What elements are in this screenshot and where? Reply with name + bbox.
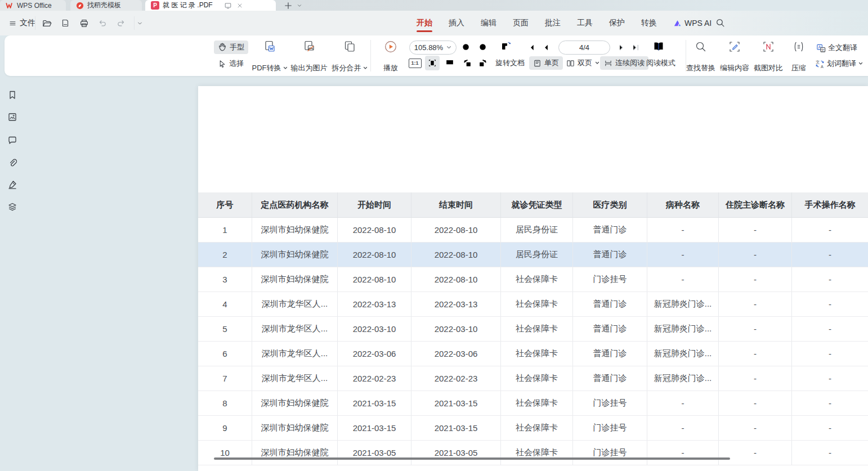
zoom-level-value: 105.88% — [414, 43, 443, 52]
replace-pages-icon[interactable] — [499, 40, 514, 55]
left-sidebar — [0, 76, 25, 471]
table-cell: - — [792, 292, 868, 316]
prev-page-button[interactable] — [539, 40, 553, 55]
table-header-cell: 定点医药机构名称 — [252, 192, 338, 217]
tab-wps-office[interactable]: WPS Office — [0, 0, 66, 11]
table-cell: 社会保障卡 — [501, 292, 573, 316]
tab-docer[interactable]: 找稻壳模板 — [70, 0, 142, 11]
hand-tool-button[interactable]: 手型 — [214, 41, 248, 54]
last-page-button[interactable] — [628, 40, 643, 55]
table-cell: 2022-08-10 — [338, 267, 411, 291]
rotate-left-icon[interactable] — [460, 56, 475, 70]
svg-text:文: 文 — [821, 47, 825, 51]
zoom-in-button[interactable] — [476, 40, 490, 55]
page-number-input[interactable]: 4/4 — [558, 41, 610, 55]
layers-panel-button[interactable] — [5, 199, 20, 215]
table-cell: - — [647, 391, 719, 415]
wps-ai-button[interactable]: WPS AI — [673, 17, 712, 29]
comment-icon — [7, 135, 17, 145]
double-page-button[interactable]: 双页 — [562, 56, 603, 70]
open-file-icon[interactable] — [41, 17, 53, 29]
tab-list-chevron-icon[interactable] — [297, 3, 302, 8]
print-icon[interactable] — [78, 17, 90, 29]
redo-icon[interactable] — [115, 17, 127, 29]
next-page-button[interactable] — [614, 40, 628, 55]
table-cell: 深圳市妇幼保健院 — [252, 267, 338, 291]
menu-edit[interactable]: 编辑 — [481, 12, 496, 34]
split-merge-button[interactable]: 拆分合并 — [326, 40, 373, 72]
menu-tools[interactable]: 工具 — [577, 12, 593, 34]
file-menu-button[interactable]: 文件 — [7, 17, 38, 29]
save-icon[interactable] — [59, 17, 71, 29]
actual-size-button[interactable]: 1:1 — [408, 56, 422, 70]
full-translate-button[interactable]: A文 全文翻译 — [816, 43, 857, 53]
table-cell: 2022-08-10 — [411, 218, 501, 242]
read-mode-button[interactable]: 阅读模式 — [646, 58, 675, 68]
table-cell: 社会保障卡 — [501, 441, 573, 465]
fit-width-button[interactable] — [442, 56, 457, 70]
table-header-cell: 开始时间 — [338, 192, 411, 217]
table-cell: 2022-03-13 — [338, 292, 411, 316]
undo-icon[interactable] — [96, 17, 109, 29]
quickbar-chevron-icon[interactable] — [133, 17, 146, 29]
table-cell: - — [719, 366, 792, 391]
table-row: 1深圳市妇幼保健院2022-08-102022-08-10居民身份证普通门诊--… — [198, 218, 868, 243]
first-page-button[interactable] — [524, 40, 538, 55]
rotate-doc-label[interactable]: 旋转文档 — [495, 58, 525, 68]
full-translate-icon: A文 — [816, 43, 826, 53]
table-row: 8深圳市妇幼保健院2021-03-152021-03-15社会保障卡门诊挂号--… — [198, 391, 868, 416]
table-cell: 2022-08-10 — [338, 218, 411, 242]
table-cell: - — [719, 342, 792, 366]
new-tab-button[interactable] — [283, 1, 293, 10]
rotate-right-icon[interactable] — [476, 56, 490, 70]
ribbon-toolbar: 手型 选择 PDF转换 输出为图片 拆分合并 播放 — [5, 35, 868, 76]
bookmarks-panel-button[interactable] — [5, 87, 20, 103]
pdf-page[interactable]: 序号定点医药机构名称开始时间结束时间就诊凭证类型医疗类别病种名称住院主诊断名称手… — [198, 86, 868, 471]
menu-protect[interactable]: 保护 — [609, 12, 625, 34]
tab-document-pdf[interactable]: P 就 医 记 录 .PDF — [145, 0, 276, 11]
comments-panel-button[interactable] — [5, 132, 20, 148]
zoom-level-select[interactable]: 105.88% — [409, 41, 457, 55]
table-cell: 10 — [198, 441, 252, 465]
close-tab-icon[interactable] — [236, 2, 243, 9]
table-cell: - — [792, 366, 868, 391]
table-header-cell: 医疗类别 — [573, 192, 647, 217]
zoom-out-button[interactable] — [459, 40, 473, 55]
table-cell: 2022-03-06 — [338, 342, 411, 366]
menu-pages[interactable]: 页面 — [513, 12, 529, 34]
menu-start[interactable]: 开始 — [417, 12, 432, 34]
export-image-label: 输出为图片 — [291, 64, 328, 72]
attachments-panel-button[interactable] — [5, 155, 20, 171]
menu-insert[interactable]: 插入 — [449, 12, 464, 34]
table-cell: 2 — [198, 243, 252, 267]
search-icon[interactable] — [715, 18, 725, 28]
read-mode-icon[interactable] — [651, 39, 666, 54]
table-cell: 普通门诊 — [573, 317, 647, 341]
horizontal-scrollbar[interactable] — [214, 457, 730, 460]
divider — [134, 16, 135, 30]
hand-tool-label: 手型 — [230, 42, 244, 52]
table-cell: 2022-03-06 — [411, 342, 501, 366]
table-cell: - — [719, 317, 792, 341]
table-cell: - — [719, 243, 792, 267]
divider — [35, 16, 35, 30]
table-cell: 社会保障卡 — [501, 317, 573, 341]
continuous-read-button[interactable]: 连续阅读 — [600, 56, 648, 70]
fit-page-button[interactable] — [425, 56, 440, 70]
table-header-cell: 结束时间 — [411, 192, 501, 217]
hamburger-icon — [9, 20, 16, 27]
table-cell: 2022-08-10 — [411, 267, 501, 291]
word-translate-label: 划词翻译 — [827, 59, 856, 69]
word-translate-button[interactable]: 文A 划词翻译 — [815, 59, 863, 69]
table-cell: 8 — [198, 391, 252, 415]
screen-share-icon[interactable] — [224, 2, 232, 10]
table-cell: 深圳市妇幼保健院 — [252, 218, 338, 242]
screenshot-compare-icon — [762, 40, 775, 53]
single-page-button[interactable]: 单页 — [529, 56, 563, 70]
menu-comment[interactable]: 批注 — [545, 12, 561, 34]
thumbnails-panel-button[interactable] — [5, 109, 20, 125]
select-tool-button[interactable]: 选择 — [214, 57, 248, 70]
table-cell: 社会保障卡 — [501, 366, 573, 391]
signature-panel-button[interactable] — [5, 177, 20, 192]
menu-convert[interactable]: 转换 — [641, 12, 657, 34]
